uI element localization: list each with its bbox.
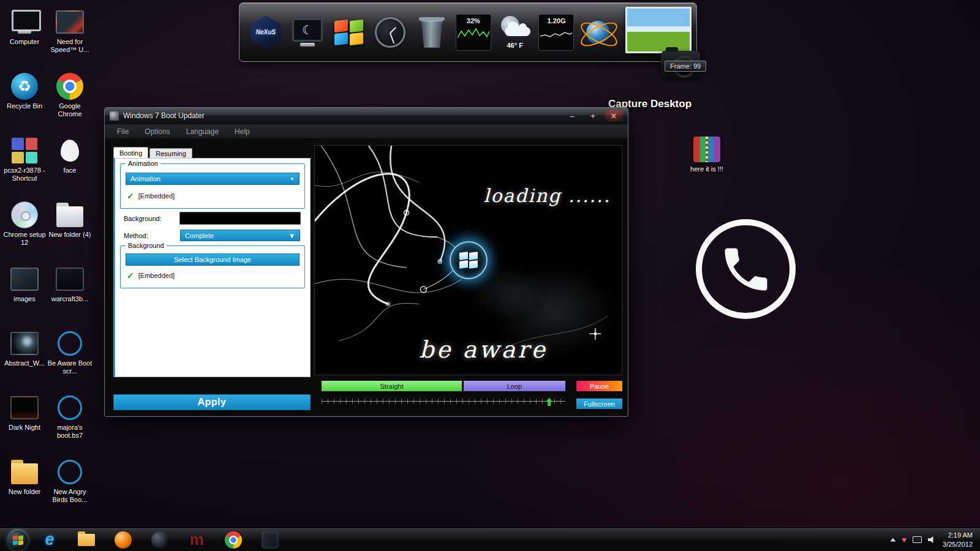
minimize-button[interactable]: – <box>563 110 581 121</box>
orange-app-icon[interactable] <box>114 531 132 549</box>
ram-meter-icon: 1.20G <box>538 14 574 51</box>
app-window-icon <box>262 531 279 549</box>
weather-icon: 46° F <box>499 16 532 49</box>
icon-label: New folder (4) <box>48 231 91 239</box>
dark-globe-app-icon[interactable] <box>151 531 169 549</box>
icon-label: Be Aware Boot scr... <box>47 359 92 375</box>
taskbar: e m ♥ 2:19 AM 3/25/2012 <box>0 528 980 551</box>
boot-updater-taskbar-icon[interactable] <box>261 531 279 549</box>
dock-item-recycle-bin[interactable] <box>413 6 451 59</box>
windows-flag-icon <box>13 536 23 544</box>
slider-track <box>322 401 565 402</box>
check-icon: ✓ <box>127 191 134 201</box>
speaker-icon[interactable] <box>928 536 937 544</box>
menu-language[interactable]: Language <box>186 127 219 136</box>
apply-button[interactable]: Apply <box>113 394 311 410</box>
image-thumbnail-icon <box>56 268 84 291</box>
loop-button[interactable]: Loop <box>464 381 565 391</box>
folder-icon <box>56 206 83 227</box>
dock-item-weather[interactable]: 46° F <box>496 6 534 59</box>
m-app-icon[interactable]: m <box>187 531 206 549</box>
method-dropdown[interactable]: Complete ▼ <box>180 230 300 241</box>
dock-item-nexus[interactable]: NeXuS <box>247 6 285 59</box>
boot-updater-window: Windows 7 Boot Updater – + ✕ File Option… <box>104 107 628 417</box>
maximize-button[interactable]: + <box>584 110 602 121</box>
menu-options[interactable]: Options <box>145 127 170 136</box>
desktop-icon-images[interactable]: images <box>1 261 48 325</box>
image-thumbnail-icon <box>10 396 39 419</box>
monitor-moon-icon: ☾ <box>292 18 323 42</box>
boot-skin-icon <box>58 331 82 356</box>
folder-icon <box>11 463 38 484</box>
menu-file[interactable]: File <box>117 127 129 136</box>
desktop-icon-chrome-setup[interactable]: Chrome setup 12 <box>1 197 48 261</box>
tab-booting[interactable]: Booting <box>113 147 148 159</box>
menu-help[interactable]: Help <box>235 127 250 136</box>
loading-text: loading ...... <box>484 185 611 206</box>
close-button[interactable]: ✕ <box>605 110 623 121</box>
heart-tray-icon[interactable]: ♥ <box>902 535 907 544</box>
desktop-icon-computer[interactable]: Computer <box>1 4 48 68</box>
dock-item-clock[interactable] <box>371 6 409 59</box>
desktop-icon-need-for-speed[interactable]: Need for Speed™ U... <box>47 4 93 68</box>
desktop-icon-majoras-boot[interactable]: majora's boot.bs7 <box>47 389 93 454</box>
animation-dropdown[interactable]: Animation ▼ <box>126 173 300 185</box>
desktop-icon-face[interactable]: face <box>47 132 93 197</box>
desktop-icon-abstract[interactable]: Abstract_W... <box>1 325 48 389</box>
tab-resuming[interactable]: Resuming <box>149 148 192 159</box>
dock: NeXuS ☾ 32% 46° <box>239 2 697 62</box>
frame-slider[interactable] <box>322 397 565 407</box>
dock-item-ram-meter[interactable]: 1.20G <box>538 6 576 59</box>
weather-value: 46° F <box>507 42 522 49</box>
chrome-taskbar-icon[interactable] <box>224 531 243 549</box>
dock-item-globe[interactable] <box>579 6 617 59</box>
select-background-image-button[interactable]: Select Background Image <box>126 253 300 266</box>
trash-icon <box>421 21 443 48</box>
capture-photo-icon <box>625 7 692 53</box>
animation-group: Animation Animation ▼ ✓ [Embedded] <box>120 163 305 209</box>
dock-item-display[interactable]: ☾ <box>288 6 326 59</box>
clock-time: 2:19 AM <box>943 531 973 540</box>
background-row-label: Background: <box>124 215 162 222</box>
pause-button[interactable]: Pause <box>576 381 622 391</box>
background-embedded-row: ✓ [Embedded] <box>127 271 175 280</box>
background-group-title: Background <box>126 242 167 249</box>
animation-dropdown-value: Animation <box>130 175 160 182</box>
check-icon: ✓ <box>127 271 134 280</box>
dock-item-capture-desktop[interactable] <box>624 7 696 63</box>
settings-panel: Animation Animation ▼ ✓ [Embedded] Backg… <box>113 158 311 377</box>
icon-label: Google Chrome <box>47 102 92 118</box>
start-button[interactable] <box>7 530 28 550</box>
desktop-icon-dark-night[interactable]: Dark Night <box>1 389 48 454</box>
desktop-icon-new-folder-4[interactable]: New folder (4) <box>47 197 93 261</box>
taskbar-clock[interactable]: 2:19 AM 3/25/2012 <box>943 531 975 549</box>
explorer-folder-icon[interactable] <box>77 531 96 549</box>
internet-explorer-icon[interactable]: e <box>40 531 59 549</box>
window-title: Windows 7 Boot Updater <box>123 111 205 120</box>
background-color-swatch[interactable] <box>180 212 300 224</box>
phone-emblem <box>696 219 796 319</box>
desktop-icon-google-chrome[interactable]: Google Chrome <box>47 68 93 132</box>
embedded-label: [Embedded] <box>138 192 175 200</box>
straight-button[interactable]: Straight <box>322 381 462 391</box>
windows-flag-icon <box>334 20 363 45</box>
titlebar[interactable]: Windows 7 Boot Updater – + ✕ <box>105 108 628 124</box>
dock-item-cpu-meter[interactable]: 32% <box>454 6 492 59</box>
nexus-icon: NeXuS <box>249 16 282 49</box>
fullscreen-button[interactable]: Fullscreen <box>576 399 622 409</box>
be-aware-text: be aware <box>419 336 547 363</box>
chevron-down-icon: ▼ <box>288 232 295 239</box>
show-hidden-icons-arrow[interactable] <box>890 538 895 542</box>
cloud-icon <box>505 27 530 36</box>
desktop-icon-warcraft3[interactable]: warcraft3b... <box>47 261 93 325</box>
desktop-icon-recycle-bin[interactable]: ♻ Recycle Bin <box>1 68 48 132</box>
dock-item-windows[interactable] <box>330 6 368 59</box>
animation-group-title: Animation <box>126 160 160 167</box>
display-tray-icon[interactable] <box>913 536 922 543</box>
desktop-icon-new-folder[interactable]: New folder <box>1 454 48 518</box>
desktop-icon-here-it-is[interactable]: here it is !!! <box>681 131 733 173</box>
desktop-icon-angry-birds-boot[interactable]: New Angry Birds Boo... <box>47 454 93 518</box>
desktop-icon-pcsx2[interactable]: pcsx2-r3878 - Shortcut <box>1 132 48 197</box>
desktop-icon-be-aware-boot[interactable]: Be Aware Boot scr... <box>47 325 93 389</box>
icon-label: face <box>64 167 77 174</box>
